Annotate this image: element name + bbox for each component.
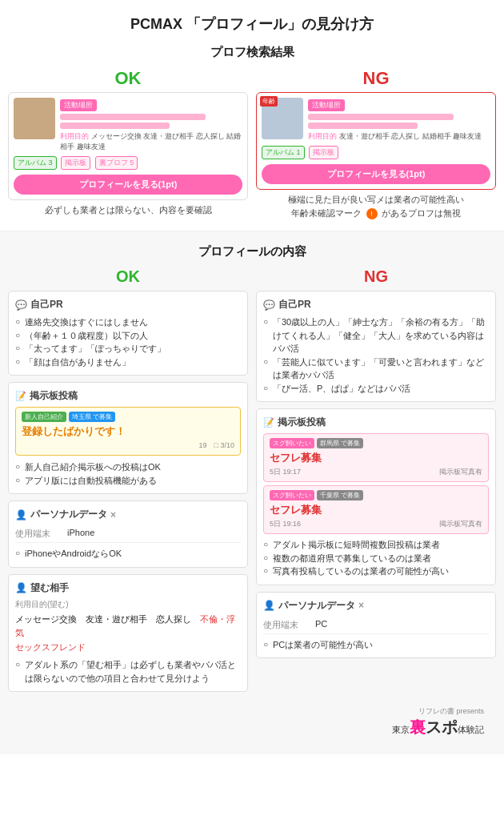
ng-purpose-row: 利用目的 友達・遊び相手 恋人探し 結婚相手 趣味友達 — [308, 131, 490, 142]
ng-data-value: PC — [315, 619, 327, 631]
ng-bbs-title1: セフレ募集 — [270, 451, 482, 465]
gender-icon-ng: ♀ — [307, 98, 314, 109]
ng-caption-text3: があるプロフは無視 — [382, 208, 461, 218]
list-item: （年齢＋１０歳程度）以下の人 — [15, 329, 241, 343]
ok-bbs-tags: 新人自己紹介 埼玉県 で募集 — [22, 412, 234, 422]
ok-data-label: 使用端末 — [15, 528, 67, 540]
ok-profile-btn[interactable]: プロフィールを見る(1pt) — [14, 175, 242, 195]
person-icon-ok: 👤 — [15, 509, 27, 521]
ng-bbs-date2: 5日 19:16 — [270, 519, 301, 529]
ng-card-tags: アルバム 1 掲示板 — [262, 145, 490, 159]
ok-avatar — [14, 98, 55, 139]
ok-desired-block: 👤 望む相手 利用目的(望む) メッセージ交換 友達・遊び相手 恋人探し 不倫・… — [8, 574, 248, 693]
ok-bar2 — [60, 123, 170, 129]
ok-purpose-row: 利用目的 メッセージ交換 友達・遊び相手 恋人探し 結婚相手 趣味友達 — [60, 131, 242, 152]
footer-supo: スポ — [426, 717, 458, 738]
ng-profile-card: 年齢 ♀ 活動場所 利用目的 友達・遊び相手 恋人探し 結婚相手 趣味友達 — [256, 92, 496, 190]
content-ok-col: OK 💬 自己PR 連絡先交換はすぐにはしません （年齢＋１０歳程度）以下の人 … — [8, 267, 248, 698]
ok-bbs-tag-new: 新人自己紹介 — [22, 412, 66, 422]
ok-caption: 必ずしも業者とは限らない、内容を要確認 — [8, 203, 248, 217]
footer-ura: 裏 — [410, 717, 426, 738]
close-icon-ok[interactable]: × — [110, 509, 116, 521]
list-item: iPhoneやAndroidならOK — [15, 547, 241, 561]
list-item: 「太ってます」「ぽっちゃりです」 — [15, 342, 241, 356]
list-item: 「顔は自信がありません」 — [15, 356, 241, 369]
ng-caption-text1: 極端に見た目が良い写メは業者の可能性高い — [288, 195, 464, 204]
speech-icon: 💬 — [15, 299, 27, 311]
ng-profile-btn[interactable]: プロフィールを見る(1pt) — [262, 164, 490, 184]
edit-icon-ok: 📝 — [15, 391, 26, 401]
ng-tag-album: アルバム 1 — [262, 146, 305, 159]
list-item: 写真有投稿しているのは業者の可能性が高い — [263, 565, 489, 578]
ng-bar2 — [308, 123, 418, 129]
list-item: アプリ版には自動投稿機能がある — [15, 474, 241, 488]
ok-bbs-tag-pref: 埼玉県 で募集 — [69, 412, 115, 422]
ok-purpose-label: 利用目的 — [60, 132, 89, 140]
ng-label: NG — [256, 68, 496, 89]
ng-bbs-photo1: 掲示板写真有 — [439, 467, 482, 477]
section2-title: プロフィールの内容 — [8, 238, 496, 267]
ok-desired-label: 利用目的(望む) — [15, 599, 241, 610]
warning-icon: ! — [366, 208, 378, 219]
list-item: アダルト掲示板に短時間複数回投稿は業者 — [263, 538, 489, 552]
ng-bbs-card1: スグ飼いたい 群馬県 で募集 セフレ募集 5日 19:17 掲示板写真有 — [263, 433, 489, 482]
ok-desired-notes: アダルト系の「望む相手」は必ずしも業者やパパ活とは限らないので他の項目と合わせて… — [15, 658, 241, 685]
ok-bbs-card: 新人自己紹介 埼玉県 で募集 登録したばかりです！ 19 □ 3/10 — [15, 407, 241, 456]
page-container: PCMAX 「プロフィール」の見分け方 プロフ検索結果 OK ♀ 活動場所 — [0, 0, 504, 754]
ok-label: OK — [8, 68, 248, 89]
list-item: 新人自己紹介掲示板への投稿はOK — [15, 460, 241, 474]
ng-personal-notes: PCは業者の可能性が高い — [263, 638, 489, 652]
list-item: 連絡先交換はすぐにはしません — [15, 316, 241, 329]
content-section: プロフィールの内容 OK 💬 自己PR 連絡先交換はすぐにはしません （年齢＋１… — [0, 231, 504, 754]
footer-taiken: 体験記 — [458, 724, 484, 736]
content-ng-col: NG 💬 自己PR 「30歳以上の人」「紳士な方」「余裕の有る方」「助けてくれる… — [256, 267, 496, 698]
ng-bbs-date1: 5日 19:17 — [270, 467, 301, 477]
ng-age-badge: 年齢 — [260, 96, 278, 107]
content-cols: OK 💬 自己PR 連絡先交換はすぐにはしません （年齢＋１０歳程度）以下の人 … — [8, 267, 496, 698]
ng-bbs-block: 📝 掲示板投稿 スグ飼いたい 群馬県 で募集 セフレ募集 5日 19:17 掲示… — [256, 408, 496, 585]
ok-personal-block: 👤 パーソナルデータ × 使用端末 iPhone iPhoneやAndroidな… — [8, 500, 248, 568]
ng-bbs-notes: アダルト掲示板に短時間複数回投稿は業者 複数の都道府県で募集しているのは業者 写… — [263, 538, 489, 578]
ng-jikoPR-block: 💬 自己PR 「30歳以上の人」「紳士な方」「余裕の有る方」「助けてくれる人」「… — [256, 291, 496, 402]
ng-bbs-tag-pref2: 千葉県 で募集 — [317, 490, 363, 500]
ok-bbs-title: 📝 掲示板投稿 — [15, 389, 241, 403]
ng-bbs-title: 📝 掲示板投稿 — [263, 416, 489, 429]
ng-bbs-tags2: スグ飼いたい 千葉県 で募集 — [270, 490, 482, 500]
content-ok-label: OK — [8, 267, 248, 286]
ok-column: OK ♀ 活動場所 利用目的 メッセージ交換 友達・遊び相手 恋人探し 結婚相手… — [8, 68, 248, 224]
ok-data-value: iPhone — [67, 528, 94, 540]
close-icon-ng[interactable]: × — [358, 600, 364, 611]
ng-personal-title: 👤 パーソナルデータ × — [263, 599, 489, 613]
ng-bbs-tag-sugu2: スグ飼いたい — [270, 490, 314, 500]
ng-bar1 — [308, 114, 454, 120]
ng-jikoPR-list: 「30歳以上の人」「紳士な方」「余裕の有る方」「助けてくれる人」「健全」「大人」… — [263, 316, 489, 395]
list-item: 「ぴー活、P、ぱぱ」などはパパ活 — [263, 382, 489, 396]
ok-data-row: 使用端末 iPhone — [15, 525, 241, 543]
ng-tag-bbs: 掲示板 — [309, 146, 338, 159]
list-item: 「芸能人に似ています」「可愛いと言われます」などは業者かパパ活 — [263, 356, 489, 382]
content-ng-label: NG — [256, 267, 496, 286]
ok-desired-tags: メッセージ交換 友達・遊び相手 恋人探し 不倫・浮気 セックスフレンド — [15, 613, 241, 655]
ng-card-info: 活動場所 利用目的 友達・遊び相手 恋人探し 結婚相手 趣味友達 — [308, 98, 490, 142]
ng-data-label: 使用端末 — [263, 619, 315, 631]
ok-personal-notes: iPhoneやAndroidならOK — [15, 547, 241, 561]
ng-jikoPR-title: 💬 自己PR — [263, 298, 489, 312]
ng-bbs-card2: スグ飼いたい 千葉県 で募集 セフレ募集 5日 19:16 掲示板写真有 — [263, 485, 489, 534]
ok-jikoPR-title: 💬 自己PR — [15, 298, 241, 312]
ok-bbs-card-title: 登録したばかりです！ — [22, 424, 234, 439]
ok-tag-uraprof: 裏プロフ 5 — [95, 156, 138, 170]
ng-caption-text2: 年齢未確認マーク — [291, 208, 362, 218]
ng-caption: 極端に見た目が良い写メは業者の可能性高い 年齢未確認マーク ! があるプロフは無… — [256, 193, 496, 219]
ng-avatar: 年齢 — [262, 98, 303, 139]
footer-tokyo: 東京 — [392, 724, 410, 736]
ng-bbs-tag-pref1: 群馬県 で募集 — [317, 438, 363, 448]
list-item: 「30歳以上の人」「紳士な方」「余裕の有る方」「助けてくれる人」「健全」「大人」… — [263, 316, 489, 356]
gender-icon-ok: ♀ — [59, 98, 66, 109]
ok-personal-title: 👤 パーソナルデータ × — [15, 508, 241, 521]
ok-jikoPR-list: 連絡先交換はすぐにはしません （年齢＋１０歳程度）以下の人 「太ってます」「ぽっ… — [15, 316, 241, 368]
footer-brand: 東京 裏 スポ 体験記 — [392, 717, 484, 738]
ng-purpose-label: 利用目的 — [308, 132, 337, 140]
list-item: PCは業者の可能性が高い — [263, 638, 489, 652]
ok-desired-title: 👤 望む相手 — [15, 581, 241, 595]
ok-bbs-block: 📝 掲示板投稿 新人自己紹介 埼玉県 で募集 登録したばかりです！ 19 □ 3… — [8, 382, 248, 494]
